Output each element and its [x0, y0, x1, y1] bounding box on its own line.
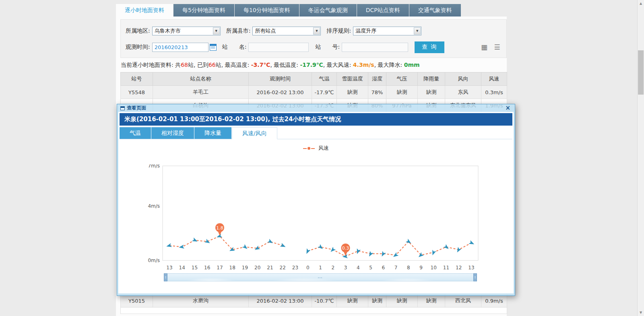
svg-text:4m/s: 4m/s	[148, 203, 160, 209]
region-select[interactable]: 乌鲁木齐市 ▼	[152, 27, 221, 35]
table-row: Y5015水磨沟2016-02-02 13:00-10.7℃缺测缺测缺测缺测西北…	[121, 294, 507, 308]
svg-text:20: 20	[254, 265, 260, 271]
calendar-icon[interactable]	[210, 44, 217, 51]
view-dialog: 查看页面 × 米泉(2016-02-01 13:00至2016-02-02 13…	[117, 104, 515, 296]
cell: 0.3m/s	[481, 86, 507, 99]
summary-segment: 68	[181, 62, 188, 68]
cell: Y5548	[121, 86, 153, 99]
svg-text:7: 7	[394, 265, 398, 271]
svg-text:19: 19	[242, 265, 248, 271]
station-name-input[interactable]	[248, 43, 309, 52]
svg-text:18: 18	[229, 265, 235, 271]
county-label: 所属县市:	[226, 27, 251, 35]
dialog-tabs: 气温相对湿度降水量风速/风向	[120, 127, 512, 139]
column-header: 气温	[312, 72, 337, 86]
slider-left-handle[interactable]	[164, 273, 167, 281]
filter-row-1: 所属地区: 乌鲁木齐市 ▼ 所属县市: 所有站点 ▼ 排序规则: 温度升序 ▼	[126, 23, 502, 39]
column-header: 风向	[445, 72, 481, 86]
filter-panel: 所属地区: 乌鲁木齐市 ▼ 所属县市: 所有站点 ▼ 排序规则: 温度升序 ▼ …	[120, 19, 507, 58]
summary-segment: 66	[208, 62, 216, 68]
close-icon[interactable]: ×	[504, 104, 512, 112]
dialog-tab-2[interactable]: 降水量	[194, 127, 231, 139]
top-tab-1[interactable]: 每5分钟地面资料	[173, 4, 234, 17]
column-header: 降雨量	[418, 72, 445, 86]
svg-text:0m/s: 0m/s	[148, 258, 160, 263]
station-no-input[interactable]	[342, 43, 408, 52]
county-select[interactable]: 所有站点 ▼	[252, 27, 321, 35]
region-label: 所属地区:	[126, 27, 150, 35]
summary-segment: 当前逐小时地面资料: 共	[121, 62, 181, 68]
cell: 缺测	[386, 86, 418, 99]
window-icon	[120, 106, 125, 110]
svg-text:2: 2	[331, 265, 334, 271]
chart-range-slider[interactable]	[164, 273, 477, 281]
dialog-body: 米泉(2016-02-01 13:00至2016-02-02 13:00), 过…	[118, 112, 514, 293]
svg-text:22: 22	[280, 265, 286, 271]
page-scrollbar[interactable]: ▲ ▼	[637, 0, 644, 316]
scrollbar-thumb[interactable]	[638, 50, 644, 95]
cell: 缺测	[418, 86, 445, 99]
obs-time-input[interactable]	[152, 43, 208, 52]
svg-text:23: 23	[292, 265, 298, 271]
chart-legend[interactable]: 风速	[118, 145, 514, 151]
svg-text:3: 3	[344, 265, 347, 271]
cell: 缺测	[337, 86, 368, 99]
cell: -10.7℃	[312, 294, 337, 308]
svg-text:0: 0	[306, 265, 310, 271]
chevron-down-icon[interactable]: ▼	[414, 27, 421, 35]
scroll-up-icon[interactable]: ▲	[638, 0, 644, 7]
chevron-down-icon[interactable]: ▼	[313, 27, 320, 35]
legend-series-marker	[303, 147, 315, 150]
summary-segment: , 最大风速:	[323, 62, 353, 68]
column-header: 风速	[481, 72, 507, 86]
column-header: 观测时间	[249, 72, 312, 86]
svg-text:17: 17	[217, 265, 223, 271]
svg-text:4: 4	[357, 265, 360, 271]
dialog-header: 米泉(2016-02-01 13:00至2016-02-02 13:00), 过…	[120, 113, 512, 126]
top-tab-5[interactable]: 交通气象资料	[409, 4, 461, 17]
dialog-titlebar[interactable]: 查看页面 ×	[118, 104, 514, 112]
grid-view-icon[interactable]: ▦	[480, 43, 489, 51]
search-button[interactable]: 查 询	[415, 41, 444, 53]
cell: Y5015	[121, 294, 153, 308]
cell: 缺测	[368, 294, 386, 308]
summary-segment: , 最低温度:	[270, 62, 300, 68]
dialog-tab-0[interactable]: 气温	[120, 127, 151, 139]
wind-chart-svg: 0m/s4m/s7m/s1314151617181920212223012345…	[142, 164, 489, 273]
station-name-label: 站 名:	[222, 43, 247, 51]
slider-right-handle[interactable]	[473, 273, 477, 281]
svg-text:5: 5	[369, 265, 372, 271]
slider-grip-icon[interactable]	[318, 277, 319, 278]
cell: 2016-02-02 13:00	[249, 86, 312, 99]
station-table-head: 站号站点名称观测时间气温雪面温度湿度气压降雨量风向风速	[121, 72, 507, 86]
cell: 2016-02-02 13:00	[249, 294, 312, 308]
cell: 缺测	[337, 294, 368, 308]
top-tab-2[interactable]: 每10分钟地面资料	[235, 4, 299, 17]
cell: 东风	[445, 86, 481, 99]
sort-select[interactable]: 温度升序 ▼	[353, 27, 421, 35]
svg-text:15: 15	[192, 265, 198, 271]
chevron-down-icon[interactable]: ▼	[213, 27, 220, 35]
top-tab-0[interactable]: 逐小时地面资料	[116, 4, 173, 17]
dialog-tab-3[interactable]: 风速/风向	[232, 127, 277, 139]
svg-text:12: 12	[456, 265, 462, 271]
filter-row-2: 观测时间: 站 名: 站 号: 查 询 ▦ ☰	[126, 39, 502, 55]
list-view-icon[interactable]: ☰	[493, 43, 502, 51]
svg-text:8: 8	[407, 265, 410, 271]
scroll-down-icon[interactable]: ▼	[638, 309, 644, 316]
top-tab-4[interactable]: DCP站点资料	[357, 4, 409, 17]
svg-text:1.8: 1.8	[216, 225, 223, 231]
dialog-tab-1[interactable]: 相对湿度	[151, 127, 194, 139]
summary-segment: 站, 已到	[188, 62, 208, 68]
svg-text:9: 9	[419, 265, 423, 271]
column-header: 站点名称	[153, 72, 249, 86]
cell: 西北风	[445, 294, 481, 308]
summary-line: 当前逐小时地面资料: 共68站, 已到66站, 最高温度: -3.7℃, 最低温…	[121, 62, 507, 69]
station-link[interactable]: 水磨沟	[153, 294, 249, 308]
view-toggle: ▦ ☰	[480, 43, 502, 51]
top-tab-3[interactable]: 冬运会气象观测	[299, 4, 357, 17]
summary-segment: 0mm	[404, 62, 420, 68]
svg-text:13: 13	[166, 265, 172, 271]
column-header: 湿度	[368, 72, 386, 86]
station-link[interactable]: 羊毛工	[153, 86, 249, 99]
